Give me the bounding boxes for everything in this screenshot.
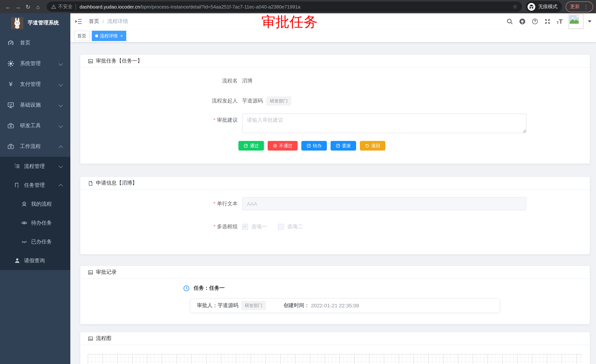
card-title: 审批记录 <box>96 269 117 276</box>
tab-process-detail[interactable]: 流程详情 × <box>92 31 126 41</box>
browser-chrome: ← → ↻ ⌂ 不安全 dashboard.yudao.iocoder.cn /… <box>0 0 596 13</box>
edit-icon <box>244 144 248 148</box>
approver-value: 芋道源码 <box>218 302 238 309</box>
github-icon[interactable] <box>519 18 525 25</box>
dept-tag: 研发部门 <box>267 96 291 105</box>
url-divider <box>75 4 76 10</box>
card-title: 流程图 <box>96 335 112 342</box>
sidebar-item-home[interactable]: 首页 <box>0 33 70 53</box>
fullscreen-icon[interactable] <box>544 18 551 25</box>
sidebar-item-infra[interactable]: 基础设施 <box>0 95 70 116</box>
bpmn-diagram-canvas[interactable] <box>88 354 582 364</box>
tab-label: 首页 <box>77 33 86 39</box>
sidebar-item-process-mgmt[interactable]: 流程管理 <box>0 157 70 176</box>
avatar-caret-icon[interactable] <box>588 20 592 22</box>
person-icon <box>14 257 20 264</box>
picture-icon <box>88 269 93 275</box>
tab-home[interactable]: 首页 <box>74 31 89 41</box>
checkbox-label: 选项一 <box>251 223 267 230</box>
card-header: 申请信息【滔博】 <box>80 177 590 190</box>
header-actions: TT <box>506 14 596 29</box>
sidebar-item-done-tasks[interactable]: 已办任务 <box>0 232 70 251</box>
initiator-label: 流程发起人 <box>88 98 238 104</box>
active-tab-dot <box>95 34 98 37</box>
eye-closed-icon <box>21 239 27 245</box>
workflow-submenu: 流程管理 任务管理 我的流程 待办任务 已办任务 请假 <box>0 157 70 270</box>
sidebar-item-task-mgmt[interactable]: 任务管理 <box>0 176 70 195</box>
dashboard-icon <box>7 40 14 46</box>
suggestion-label: *审批建议 <box>88 114 238 124</box>
sidebar-item-label: 任务管理 <box>24 182 45 189</box>
chevron-down-icon <box>59 82 63 87</box>
breadcrumb-home[interactable]: 首页 <box>89 18 99 25</box>
main-area: 首页 / 流程详情 审批任务 TT 首页 <box>70 13 596 364</box>
card-body: *单行文本 *多选框组 选项一 选项二 <box>80 190 590 254</box>
gear-icon <box>7 60 14 67</box>
sidebar-item-todo-tasks[interactable]: 待办任务 <box>0 213 70 232</box>
browser-update-button[interactable]: 更新 ⋮ <box>566 1 593 12</box>
sidebar-item-devtools[interactable]: 研发工具 <box>0 116 70 136</box>
bookmark-star-icon[interactable]: ☆ <box>510 3 518 10</box>
sidebar-item-system[interactable]: 系统管理 <box>0 53 70 74</box>
forward-button[interactable]: → <box>13 2 23 12</box>
tabs-bar: 首页 流程详情 × <box>70 29 596 43</box>
address-bar[interactable]: 不安全 dashboard.yudao.iocoder.cn /bpm/proc… <box>47 1 522 12</box>
sidebar-item-leave-query[interactable]: 请假查询 <box>0 251 70 270</box>
process-name-row: 流程名 滔博 <box>88 74 582 88</box>
clock-icon <box>183 285 190 291</box>
font-size-icon[interactable]: TT <box>557 18 563 25</box>
monitor-icon <box>7 102 14 108</box>
return-button[interactable]: 退回 <box>360 141 385 151</box>
single-text-input <box>242 197 526 211</box>
red-annotation-text: 审批任务 <box>261 13 318 30</box>
created-time-label: 创建时间： <box>283 302 309 309</box>
checkbox-group-row: *多选框组 选项一 选项二 <box>88 220 582 233</box>
process-name-value: 滔博 <box>242 78 253 84</box>
suggestion-textarea[interactable] <box>242 114 526 133</box>
edit-icon <box>336 144 340 148</box>
single-text-row: *单行文本 <box>88 197 582 211</box>
close-icon[interactable]: × <box>120 34 123 38</box>
sidebar-item-label: 已办任务 <box>31 238 52 245</box>
avatar[interactable] <box>569 14 583 29</box>
chevron-down-icon <box>59 103 63 107</box>
not-secure-icon <box>51 4 56 9</box>
incognito-icon <box>528 3 535 11</box>
apply-info-card: 申请信息【滔博】 *单行文本 *多选框组 选项一 <box>80 176 590 255</box>
card-title: 审批任务【任务一】 <box>96 58 142 64</box>
sidebar-item-label: 基础设施 <box>20 102 41 108</box>
card-header: 流程图 <box>80 332 590 345</box>
chevron-down-icon <box>59 124 63 128</box>
back-button[interactable]: ← <box>3 2 13 12</box>
flow-icon <box>14 182 20 188</box>
update-label[interactable]: 更新 <box>570 3 580 10</box>
screen: ← → ↻ ⌂ 不安全 dashboard.yudao.iocoder.cn /… <box>0 0 596 364</box>
help-icon[interactable] <box>531 18 538 25</box>
approve-button[interactable]: 通过 <box>238 141 264 151</box>
sidebar-fold-icon[interactable] <box>75 18 82 25</box>
action-buttons-row: 通过 不通过 转办 委派 <box>238 138 582 153</box>
checkbox-group-label: *多选框组 <box>88 223 238 230</box>
delegate-button[interactable]: 委派 <box>331 141 356 151</box>
card-body: 任务：任务一 审批人： 芋道源码 研发部门 创建时间： 2022-01-21 2… <box>80 279 590 324</box>
reload-button[interactable]: ↻ <box>23 2 33 12</box>
sidebar-item-workflow[interactable]: 工作流程 <box>0 136 70 157</box>
reject-button[interactable]: 不通过 <box>268 141 298 151</box>
transfer-button[interactable]: 转办 <box>301 141 327 151</box>
required-asterisk: * <box>213 201 216 206</box>
sidebar-item-payment[interactable]: ¥ 支付管理 <box>0 74 70 95</box>
sidebar-item-label: 研发工具 <box>20 123 41 129</box>
approve-record-card: 审批记录 任务：任务一 审批人： 芋道源码 研发部门 创建时间： 2022-01… <box>80 266 590 324</box>
incognito-badge: 无痕模式 <box>526 1 562 12</box>
sidebar-item-label: 首页 <box>20 40 30 46</box>
logo-row: 芋道管理系统 <box>0 13 70 33</box>
refresh-left-icon <box>365 144 369 148</box>
home-button[interactable]: ⌂ <box>33 2 43 12</box>
card-body: 流程名 滔博 流程发起人 芋道源码 研发部门 *审批建议 <box>80 68 590 163</box>
search-icon[interactable] <box>506 18 513 25</box>
record-detail-box: 审批人： 芋道源码 研发部门 创建时间： 2022-01-21 22:35:08 <box>190 298 500 313</box>
required-asterisk: * <box>213 117 216 123</box>
sidebar-item-my-process[interactable]: 我的流程 <box>0 195 70 213</box>
browser-menu-icon[interactable]: ⋮ <box>583 4 589 10</box>
required-asterisk: * <box>213 223 216 229</box>
